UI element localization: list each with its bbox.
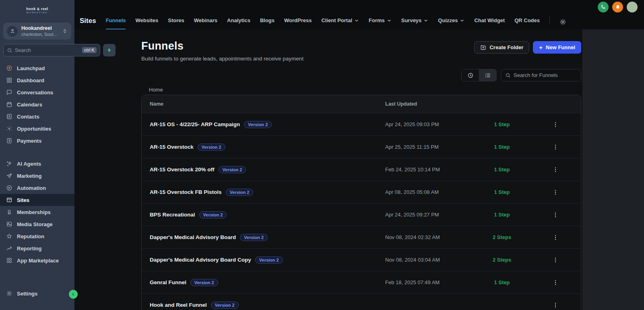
table-row[interactable]: Dapper's Medical Advisory BoardVersion 2… [142, 226, 581, 249]
payments-icon [6, 137, 12, 144]
column-header-last-updated: Last Updated [385, 101, 474, 107]
funnel-search-box[interactable] [501, 69, 581, 81]
recent-view-button[interactable] [462, 69, 479, 81]
funnel-steps: 1 Step [474, 189, 530, 195]
row-menu-button[interactable] [530, 121, 581, 128]
sidebar-item-settings[interactable]: Settings [0, 287, 74, 300]
phone-button[interactable] [598, 2, 609, 12]
table-row[interactable]: Dapper's Medical Advisory Board CopyVers… [142, 249, 581, 271]
sidebar-item-reputation[interactable]: Reputation [0, 230, 74, 242]
sparkle-icon [6, 160, 12, 167]
sidebar-item-opportunities[interactable]: Opportunities [0, 123, 74, 135]
sidebar-item-launchpad[interactable]: Launchpad [0, 62, 74, 74]
launchpad-icon [6, 65, 12, 71]
sites-settings-button[interactable] [559, 19, 566, 29]
sidebar-menu: Launchpad Dashboard Conversations Calend… [0, 62, 74, 287]
bell-icon [615, 4, 621, 10]
tab-forms[interactable]: Forms [369, 17, 392, 29]
sidebar-collapse-button[interactable] [69, 290, 78, 299]
sidebar-item-dashboard[interactable]: Dashboard [0, 74, 74, 86]
sidebar-search-row: ctrl K [3, 44, 71, 56]
sidebar-item-payments[interactable]: Payments [0, 135, 74, 147]
table-row[interactable]: Genral FunnelVersion 2 Feb 18, 2025 07:4… [142, 271, 581, 294]
tab-webinars[interactable]: Webinars [194, 17, 217, 29]
funnel-steps: 1 Step [474, 121, 530, 127]
list-view-button[interactable] [479, 69, 496, 81]
new-funnel-button[interactable]: + New Funnel [533, 41, 581, 54]
sidebar-search-input[interactable] [15, 48, 80, 53]
row-menu-button[interactable] [530, 257, 581, 263]
sidebar-item-reporting[interactable]: Reporting [0, 242, 74, 254]
tab-funnels[interactable]: Funnels [106, 17, 126, 29]
funnel-name: Hook and Reel Funnel [150, 302, 207, 308]
dashboard-icon [6, 77, 12, 83]
tab-websites[interactable]: Websites [135, 17, 158, 29]
funnel-search-input[interactable] [514, 72, 577, 78]
sidebar-section-gap [0, 147, 74, 158]
notifications-button[interactable] [612, 2, 623, 12]
sidebar-search-box[interactable]: ctrl K [3, 44, 100, 56]
content-row: Funnels Build funnels to generate leads,… [74, 29, 644, 310]
funnel-last-updated: Apr 25, 2025 11:15 PM [385, 144, 474, 150]
app-root: hook & reel MARKETING Hookandreel charle… [0, 0, 644, 310]
version-badge: Version 2 [219, 166, 246, 173]
sidebar-item-label: Marketing [17, 173, 41, 179]
row-menu-button[interactable] [530, 144, 581, 150]
tab-chat-widget[interactable]: Chat Widget [474, 17, 505, 29]
sidebar-item-label: Payments [17, 138, 41, 144]
table-row[interactable]: AR-15 Overstock 20% offVersion 2 Feb 24,… [142, 158, 581, 181]
tab-analytics[interactable]: Analytics [227, 17, 250, 29]
gear-icon [559, 19, 566, 25]
table-row[interactable]: BPS RecreationalVersion 2 Apr 24, 2025 0… [142, 204, 581, 226]
sidebar-item-contacts[interactable]: Contacts [0, 110, 74, 123]
kebab-icon [552, 302, 559, 308]
search-icon [505, 73, 511, 78]
row-menu-button[interactable] [530, 279, 581, 286]
tab-wordpress[interactable]: WordPress [284, 17, 312, 29]
sidebar-item-label: Media Storage [17, 221, 53, 227]
row-menu-button[interactable] [530, 189, 581, 196]
quick-actions-button[interactable] [103, 44, 116, 56]
account-switcher[interactable]: Hookandreel charleston, South Ca... [3, 23, 71, 40]
tab-bar-divider [549, 17, 550, 24]
tab-qr-codes[interactable]: QR Codes [514, 17, 540, 29]
row-menu-button[interactable] [530, 166, 581, 173]
sidebar-item-label: Automation [17, 185, 46, 191]
sidebar-item-conversations[interactable]: Conversations [0, 86, 74, 98]
table-header: Name Last Updated [142, 95, 581, 113]
sidebar-item-automation[interactable]: Automation [0, 182, 74, 194]
sidebar-item-marketing[interactable]: Marketing [0, 170, 74, 182]
row-menu-button[interactable] [530, 302, 581, 308]
main-column: Sites Funnels Websites Stores Webinars A… [74, 0, 644, 310]
tab-stores[interactable]: Stores [168, 17, 184, 29]
table-row[interactable]: Hook and Reel FunnelVersion 2 [142, 294, 581, 310]
version-badge: Version 2 [199, 211, 227, 218]
table-row[interactable]: AR-15 OverstockVersion 2 Apr 25, 2025 11… [142, 136, 581, 158]
funnel-name: BPS Recreational [150, 212, 195, 218]
sidebar-item-media-storage[interactable]: Media Storage [0, 218, 74, 230]
bolt-icon [106, 47, 112, 53]
breadcrumb-home[interactable]: Home [149, 87, 163, 93]
tab-client-portal[interactable]: Client Portal [321, 17, 359, 29]
sidebar-item-sites[interactable]: Sites [0, 194, 74, 206]
row-menu-button[interactable] [530, 234, 581, 241]
version-badge: Version 2 [226, 189, 254, 196]
funnel-last-updated: Nov 08, 2024 02:32 AM [385, 234, 474, 240]
table-row[interactable]: AR-15 OS - 4/22/25- ARP CampaignVersion … [142, 113, 581, 136]
sidebar-item-memberships[interactable]: Memberships [0, 206, 74, 218]
user-avatar[interactable] [627, 2, 638, 12]
version-badge: Version 2 [255, 256, 283, 264]
tab-surveys[interactable]: Surveys [401, 17, 429, 29]
chevron-down-icon [460, 18, 464, 23]
sidebar-item-app-marketplace[interactable]: App Marketplace [0, 254, 74, 266]
sidebar-item-calendars[interactable]: Calendars [0, 98, 74, 110]
contacts-book-icon [6, 113, 12, 120]
sidebar: hook & reel MARKETING Hookandreel charle… [0, 0, 74, 310]
tab-quizzes[interactable]: Quizzes [438, 17, 464, 29]
create-folder-button[interactable]: Create Folder [474, 41, 529, 54]
tab-blogs[interactable]: Blogs [260, 17, 275, 29]
sidebar-item-ai-agents[interactable]: AI Agents [0, 158, 74, 170]
funnel-steps: 2 Steps [474, 234, 530, 240]
table-row[interactable]: AR-15 Overstock FB PistolsVersion 2 Apr … [142, 181, 581, 204]
row-menu-button[interactable] [530, 212, 581, 218]
